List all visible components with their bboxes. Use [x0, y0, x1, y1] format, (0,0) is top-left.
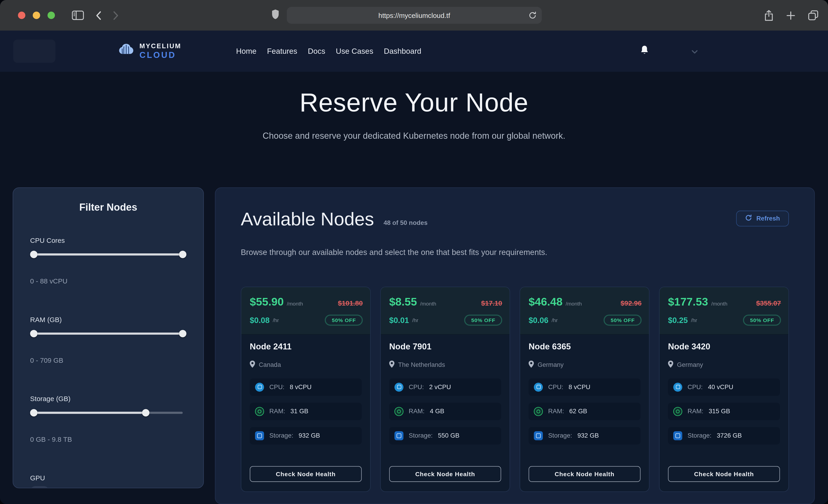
- node-name: Node 7901: [389, 342, 501, 351]
- monthly-price: $46.48: [529, 295, 563, 308]
- nav-link-home[interactable]: Home: [236, 47, 256, 55]
- storage-spec-value: 932 GB: [298, 432, 320, 439]
- filter-storage: Storage (GB) 0 GB - 9.8 TB: [30, 395, 187, 444]
- storage-spec-row: Storage: 3726 GB: [668, 427, 780, 444]
- ram-spec-value: 4 GB: [430, 408, 444, 415]
- gpu-filter-label: GPU: [30, 474, 187, 482]
- url-text: https://myceliumcloud.tf: [378, 11, 450, 19]
- ram-spec-row: RAM: 31 GB: [250, 403, 362, 420]
- location-pin-icon: [668, 360, 673, 369]
- page-subtitle: Choose and reserve your dedicated Kubern…: [0, 131, 828, 141]
- navbar-placeholder-box: [13, 40, 55, 63]
- storage-spec-row: Storage: 932 GB: [250, 427, 362, 444]
- discount-badge: 50% OFF: [604, 314, 641, 325]
- forward-button-icon[interactable]: [113, 11, 119, 20]
- discount-badge: 50% OFF: [464, 314, 502, 325]
- cpu-spec-value: 2 vCPU: [429, 383, 451, 390]
- slider-range: [34, 412, 146, 414]
- node-cards-grid: $55.90 /month $101.80 $0.08 /hr 50% OFF …: [241, 287, 789, 492]
- discount-badge: 50% OFF: [325, 314, 363, 325]
- check-node-health-button[interactable]: Check Node Health: [250, 466, 362, 482]
- filter-cpu-cores: CPU Cores 0 - 88 vCPU: [30, 237, 187, 285]
- nav-link-docs[interactable]: Docs: [308, 47, 325, 55]
- monthly-unit: /month: [711, 301, 727, 306]
- mycelium-cloud-logo[interactable]: MYCELIUM CLOUD: [117, 42, 181, 60]
- reload-icon[interactable]: [529, 11, 536, 22]
- cpu-spec-value: 8 vCPU: [569, 383, 590, 390]
- monthly-unit: /month: [287, 301, 303, 306]
- available-nodes-subtitle: Browse through our available nodes and s…: [241, 247, 789, 256]
- check-node-health-button[interactable]: Check Node Health: [668, 466, 780, 482]
- check-node-health-button[interactable]: Check Node Health: [529, 466, 640, 482]
- zoom-window-button[interactable]: [48, 12, 55, 19]
- cpu-cores-range-text: 0 - 88 vCPU: [30, 277, 187, 285]
- storage-spec-label: Storage:: [409, 432, 433, 439]
- node-location: The Netherlands: [398, 361, 445, 369]
- gpu-toggle[interactable]: [30, 486, 49, 488]
- node-card[interactable]: $55.90 /month $101.80 $0.08 /hr 50% OFF …: [241, 287, 371, 492]
- close-window-button[interactable]: [18, 12, 25, 19]
- nav-link-features[interactable]: Features: [267, 47, 297, 55]
- cpu-cores-slider[interactable]: [30, 251, 187, 258]
- ram-spec-row: RAM: 315 GB: [668, 403, 780, 420]
- ram-spec-label: RAM:: [548, 408, 564, 415]
- hourly-unit: /hr: [691, 317, 697, 323]
- hourly-price: $0.01: [389, 316, 409, 324]
- hourly-price: $0.06: [529, 316, 548, 324]
- cpu-icon: [255, 382, 264, 391]
- share-icon[interactable]: [764, 10, 774, 21]
- nav-link-dashboard[interactable]: Dashboard: [384, 47, 421, 55]
- ram-max-handle[interactable]: [179, 330, 187, 337]
- privacy-shield-icon[interactable]: [272, 9, 279, 22]
- location-pin-icon: [389, 360, 395, 369]
- logo-word-mycelium: MYCELIUM: [139, 43, 181, 50]
- ram-spec-label: RAM:: [409, 408, 425, 415]
- ram-min-handle[interactable]: [30, 330, 37, 337]
- storage-max-handle[interactable]: [142, 409, 149, 417]
- ram-icon: [395, 407, 403, 416]
- hourly-price: $0.25: [668, 316, 688, 324]
- storage-spec-row: Storage: 932 GB: [529, 427, 640, 444]
- ram-spec-value: 315 GB: [709, 408, 730, 415]
- new-tab-icon[interactable]: [786, 11, 795, 20]
- monthly-unit: /month: [420, 301, 436, 306]
- filter-ram: RAM (GB) 0 - 709 GB: [30, 316, 187, 364]
- nav-link-use-cases[interactable]: Use Cases: [336, 47, 373, 55]
- node-card[interactable]: $8.55 /month $17.10 $0.01 /hr 50% OFF No…: [380, 287, 510, 492]
- notifications-bell-icon[interactable]: [640, 45, 649, 57]
- ram-slider[interactable]: [30, 330, 187, 337]
- node-location: Germany: [538, 361, 564, 369]
- hourly-unit: /hr: [551, 317, 558, 323]
- account-chevron-down-icon[interactable]: [692, 46, 698, 56]
- cpu-spec-value: 40 vCPU: [708, 383, 733, 390]
- back-button-icon[interactable]: [95, 11, 101, 20]
- storage-icon: [255, 431, 264, 440]
- cpu-spec-row: CPU: 8 vCPU: [250, 378, 362, 395]
- cpu-spec-row: CPU: 40 vCPU: [668, 378, 780, 395]
- cpu-min-handle[interactable]: [30, 251, 37, 258]
- ram-spec-label: RAM:: [270, 408, 285, 415]
- storage-spec-value: 932 GB: [577, 432, 599, 439]
- ram-range-text: 0 - 709 GB: [30, 356, 187, 364]
- ram-spec-value: 31 GB: [290, 408, 308, 415]
- storage-min-handle[interactable]: [30, 409, 37, 417]
- ram-spec-value: 62 GB: [569, 408, 587, 415]
- refresh-button-label: Refresh: [756, 215, 780, 222]
- sidebar-toggle-icon[interactable]: [72, 10, 84, 20]
- node-card[interactable]: $177.53 /month $355.07 $0.25 /hr 50% OFF…: [659, 287, 789, 492]
- node-card[interactable]: $46.48 /month $92.96 $0.06 /hr 50% OFF N…: [520, 287, 650, 492]
- refresh-button[interactable]: Refresh: [736, 210, 789, 226]
- tab-overview-icon[interactable]: [808, 10, 819, 21]
- original-price-strikethrough: $355.07: [756, 299, 781, 307]
- check-node-health-button[interactable]: Check Node Health: [389, 466, 501, 482]
- storage-slider[interactable]: [30, 409, 187, 417]
- filter-panel: Filter Nodes CPU Cores 0 - 88 vCPU RAM (…: [13, 187, 204, 489]
- location-pin-icon: [250, 360, 255, 369]
- minimize-window-button[interactable]: [33, 12, 40, 19]
- address-bar[interactable]: https://myceliumcloud.tf: [287, 7, 542, 24]
- original-price-strikethrough: $92.96: [620, 299, 641, 307]
- cpu-max-handle[interactable]: [179, 251, 187, 258]
- cpu-icon: [534, 382, 543, 391]
- cpu-spec-label: CPU:: [548, 383, 563, 390]
- window-controls: [18, 12, 55, 19]
